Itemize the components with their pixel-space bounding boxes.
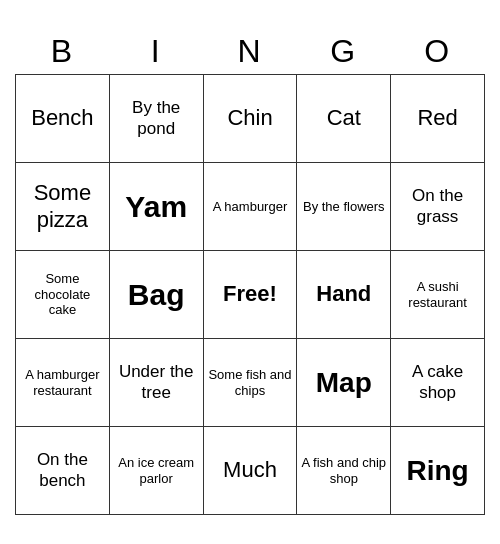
bingo-cell-r3c3: Map xyxy=(297,339,391,427)
bingo-cell-r2c3: Hand xyxy=(297,251,391,339)
bingo-body: BenchBy the pondChinCatRedSome pizzaYamA… xyxy=(16,75,485,515)
bingo-cell-r4c1: An ice cream parlor xyxy=(109,427,203,515)
bingo-letter-n: N xyxy=(203,29,297,75)
bingo-cell-r0c0: Bench xyxy=(16,75,110,163)
bingo-cell-r3c0: A hamburger restaurant xyxy=(16,339,110,427)
bingo-row-0: BenchBy the pondChinCatRed xyxy=(16,75,485,163)
bingo-cell-r0c4: Red xyxy=(391,75,485,163)
bingo-cell-r2c1: Bag xyxy=(109,251,203,339)
bingo-letter-g: G xyxy=(297,29,391,75)
bingo-cell-r2c2: Free! xyxy=(203,251,297,339)
bingo-cell-r4c0: On the bench xyxy=(16,427,110,515)
bingo-cell-r2c4: A sushi restaurant xyxy=(391,251,485,339)
bingo-row-3: A hamburger restaurantUnder the treeSome… xyxy=(16,339,485,427)
bingo-card: BINGO BenchBy the pondChinCatRedSome piz… xyxy=(15,29,485,515)
bingo-cell-r1c2: A hamburger xyxy=(203,163,297,251)
bingo-letter-b: B xyxy=(16,29,110,75)
bingo-cell-r1c0: Some pizza xyxy=(16,163,110,251)
bingo-cell-r3c1: Under the tree xyxy=(109,339,203,427)
bingo-cell-r4c4: Ring xyxy=(391,427,485,515)
bingo-header: BINGO xyxy=(16,29,485,75)
bingo-cell-r4c2: Much xyxy=(203,427,297,515)
bingo-cell-r4c3: A fish and chip shop xyxy=(297,427,391,515)
bingo-cell-r0c3: Cat xyxy=(297,75,391,163)
bingo-row-1: Some pizzaYamA hamburgerBy the flowersOn… xyxy=(16,163,485,251)
bingo-cell-r1c1: Yam xyxy=(109,163,203,251)
bingo-cell-r1c3: By the flowers xyxy=(297,163,391,251)
bingo-cell-r1c4: On the grass xyxy=(391,163,485,251)
bingo-cell-r0c2: Chin xyxy=(203,75,297,163)
bingo-letter-o: O xyxy=(391,29,485,75)
bingo-letter-i: I xyxy=(109,29,203,75)
bingo-row-2: Some chocolate cakeBagFree!HandA sushi r… xyxy=(16,251,485,339)
bingo-cell-r3c2: Some fish and chips xyxy=(203,339,297,427)
bingo-cell-r2c0: Some chocolate cake xyxy=(16,251,110,339)
bingo-cell-r3c4: A cake shop xyxy=(391,339,485,427)
bingo-cell-r0c1: By the pond xyxy=(109,75,203,163)
bingo-row-4: On the benchAn ice cream parlorMuchA fis… xyxy=(16,427,485,515)
